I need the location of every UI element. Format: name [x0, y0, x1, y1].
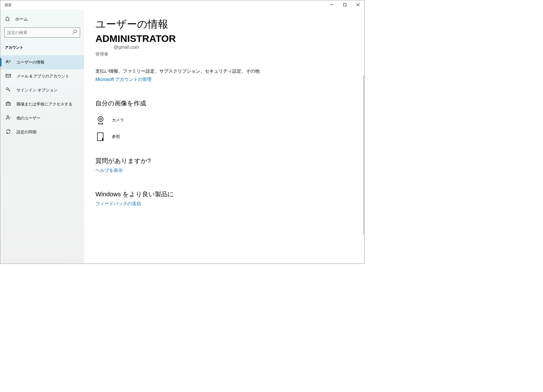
svg-point-4 — [74, 30, 77, 33]
key-icon — [6, 87, 11, 93]
sidebar-item-label: 職場または学校にアクセスする — [17, 102, 72, 107]
sidebar-item-label: 他のユーザー — [17, 116, 40, 121]
minimize-button[interactable] — [325, 0, 338, 9]
sidebar-item-label: 設定の同期 — [17, 130, 36, 135]
search-input[interactable] — [4, 27, 80, 38]
browse-label: 参照 — [112, 134, 120, 139]
svg-point-15 — [7, 116, 9, 117]
svg-point-19 — [100, 118, 102, 120]
search-field[interactable] — [7, 30, 72, 35]
feedback-link[interactable]: フィードバックの送信 — [95, 201, 141, 207]
sync-icon — [6, 129, 11, 135]
svg-rect-9 — [6, 74, 11, 77]
sidebar-item-label: メール & アプリのアカウント — [17, 74, 69, 79]
page-heading: ユーザーの情報 — [95, 17, 353, 31]
search-icon — [72, 30, 77, 35]
home-label: ホーム — [15, 17, 28, 22]
svg-line-12 — [9, 90, 10, 91]
sidebar-item-label: ユーザーの情報 — [17, 60, 44, 65]
sidebar-item-sync[interactable]: 設定の同期 — [0, 125, 84, 139]
window-controls — [325, 0, 364, 9]
home-icon — [5, 16, 10, 22]
camera-icon — [95, 115, 106, 125]
svg-line-5 — [73, 32, 74, 34]
scrollbar[interactable] — [363, 75, 364, 235]
sidebar-item-signin-options[interactable]: サインイン オプション — [0, 83, 84, 97]
question-heading: 質問がありますか? — [95, 157, 353, 165]
manage-account-link[interactable]: Microsoft アカウントの管理 — [95, 77, 152, 83]
help-link[interactable]: ヘルプを表示 — [95, 168, 123, 173]
person-card-icon — [6, 59, 11, 65]
svg-point-10 — [6, 88, 8, 90]
sidebar-item-user-info[interactable]: ユーザーの情報 — [0, 55, 84, 69]
browse-option[interactable]: 参照 — [95, 130, 353, 144]
window-title: 設定 — [5, 0, 12, 7]
close-button[interactable] — [351, 0, 364, 9]
sidebar: ホーム アカウント ユーザーの情報 — [0, 9, 84, 264]
svg-rect-1 — [343, 3, 346, 6]
briefcase-icon — [6, 101, 11, 107]
svg-point-6 — [7, 60, 8, 62]
browse-icon — [95, 132, 106, 142]
sidebar-item-label: サインイン オプション — [17, 88, 58, 93]
user-name: ADMINISTRATOR — [95, 33, 353, 44]
camera-label: カメラ — [112, 118, 124, 123]
category-label: アカウント — [0, 42, 84, 55]
camera-option[interactable]: カメラ — [95, 113, 353, 127]
improve-heading: Windows をより良い製品に — [95, 190, 353, 199]
titlebar: 設定 — [0, 0, 364, 9]
create-picture-heading: 自分の画像を作成 — [95, 99, 353, 108]
sidebar-item-work-school[interactable]: 職場または学校にアクセスする — [0, 97, 84, 111]
person-add-icon — [6, 115, 11, 121]
user-email: @gmail.com — [114, 45, 353, 50]
account-description: 支払い情報、ファミリー設定、サブスクリプション、セキュリティ設定、その他 — [95, 68, 353, 74]
user-role: 管理者 — [95, 52, 353, 57]
mail-icon — [6, 73, 11, 79]
home-button[interactable]: ホーム — [0, 13, 84, 25]
sidebar-item-other-users[interactable]: 他のユーザー — [0, 111, 84, 125]
svg-point-18 — [98, 117, 103, 122]
maximize-button[interactable] — [338, 0, 351, 9]
sidebar-item-email-accounts[interactable]: メール & アプリのアカウント — [0, 69, 84, 83]
content-area: ユーザーの情報 ADMINISTRATOR @gmail.com 管理者 支払い… — [84, 9, 364, 264]
